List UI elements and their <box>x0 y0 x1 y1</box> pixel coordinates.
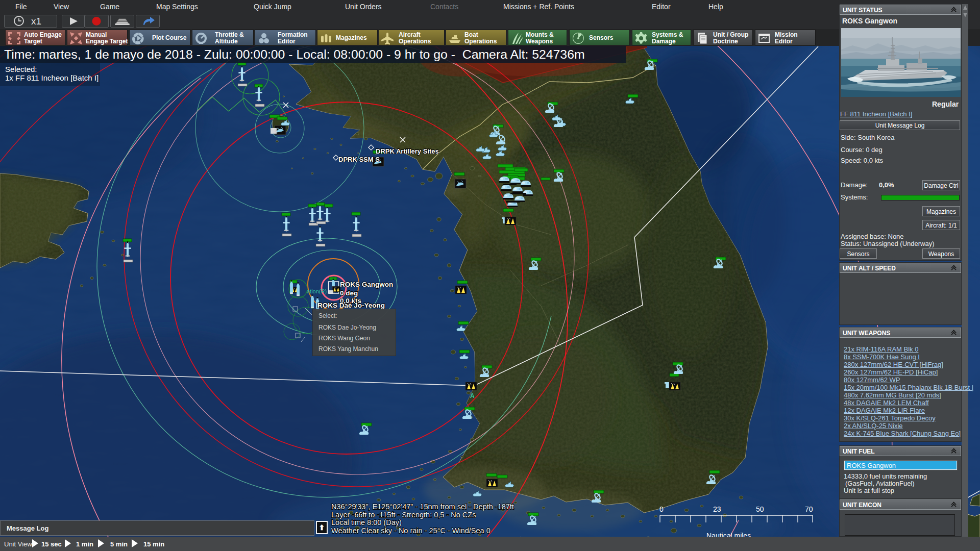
svg-text:70: 70 <box>805 505 813 513</box>
svg-text:ation(R): ation(R) <box>307 288 327 294</box>
svg-text:DRPK Artillery Sites: DRPK Artillery Sites <box>376 147 439 155</box>
svg-text:Weather Clear sky - No rain -: Weather Clear sky - No rain - 25°C - Win… <box>331 527 491 535</box>
svg-text:50: 50 <box>756 505 764 513</box>
svg-text:DPRK SSM S: DPRK SSM S <box>338 156 380 163</box>
svg-text:Local time 8:00 (Day): Local time 8:00 (Day) <box>331 518 402 527</box>
svg-text:A: A <box>470 392 475 399</box>
svg-text:Layer -66ft to -115ft - Streng: Layer -66ft to -115ft - Strength: 0,5 - … <box>331 511 476 519</box>
svg-text:x1: x1 <box>31 16 41 27</box>
svg-text:0 deg: 0 deg <box>340 289 358 297</box>
svg-text:0: 0 <box>659 505 664 513</box>
svg-text:ROKS Dae Jo-Yeong: ROKS Dae Jo-Yeong <box>317 302 385 309</box>
svg-text:N36°29'33", E125°02'47" - 15nm: N36°29'33", E125°02'47" - 15nm from sel … <box>331 503 514 511</box>
svg-text:ROKS Gangwon: ROKS Gangwon <box>340 281 393 288</box>
svg-text:23: 23 <box>713 505 721 513</box>
